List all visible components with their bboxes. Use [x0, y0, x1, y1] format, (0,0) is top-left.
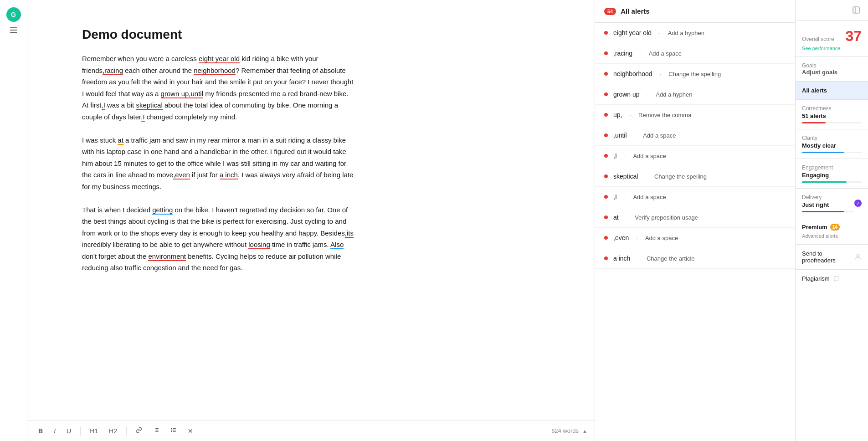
premium-label: Premium	[802, 224, 827, 231]
adjust-goals[interactable]: Adjust goals	[802, 69, 862, 76]
alert-item[interactable]: skeptical · Change the spelling	[595, 166, 795, 187]
engagement-section[interactable]: Engagement Engaging	[796, 159, 868, 189]
alert-suggestion: Add a hyphen	[656, 91, 692, 98]
menu-icon[interactable]	[9, 26, 18, 35]
delivery-value: Just right	[802, 201, 854, 208]
alert-span: a inch	[220, 171, 238, 179]
svg-rect-12	[853, 7, 859, 13]
all-alerts-section[interactable]: All alerts	[796, 82, 868, 100]
alert-sep: ·	[660, 71, 662, 77]
alert-item[interactable]: eight year old · Add a hyphen	[595, 23, 795, 43]
alert-item[interactable]: ,racing · Add a space	[595, 43, 795, 64]
alert-span: eight year old	[199, 55, 240, 63]
alert-item[interactable]: up, · Remove the comma	[595, 105, 795, 125]
correctness-progress-fill	[802, 122, 826, 123]
alerts-list: eight year old · Add a hyphen ,racing · …	[595, 23, 795, 441]
clarity-label: Clarity	[802, 135, 862, 141]
send-sub: proofreaders	[802, 257, 851, 264]
alert-dot	[604, 215, 608, 219]
svg-point-10	[171, 430, 172, 430]
toolbar-divider	[126, 426, 127, 436]
correctness-section[interactable]: Correctness 51 alerts	[796, 100, 868, 129]
alert-suggestion: Add a space	[643, 132, 676, 139]
editor-toolbar: B I U H1 H2 ✕ 624 words ▲	[27, 420, 595, 441]
alert-sep: ·	[640, 50, 642, 57]
right-sidebar: Overall score 37 See performance Goals A…	[795, 0, 868, 441]
goals-section[interactable]: Goals Adjust goals	[796, 57, 868, 82]
alert-dot	[604, 92, 608, 96]
hide-assistant-bar	[796, 0, 868, 21]
alert-word: at	[613, 214, 619, 221]
panel-icon[interactable]	[851, 5, 862, 15]
alert-item[interactable]: neighborhood · Change the spelling	[595, 64, 795, 84]
alerts-panel: 54 All alerts eight year old · Add a hyp…	[595, 0, 795, 441]
alert-dot	[604, 174, 608, 178]
alert-item[interactable]: ,until · Add a space	[595, 125, 795, 146]
alert-word: ,racing	[613, 50, 632, 57]
alert-sep: ·	[629, 112, 631, 118]
alert-sep: ·	[636, 235, 638, 241]
alert-word: ,I	[613, 193, 617, 200]
link-button[interactable]	[132, 425, 146, 436]
ordered-list-button[interactable]	[149, 425, 163, 436]
italic-button[interactable]: I	[50, 426, 59, 436]
editor-area: Demo document Remember when you were a c…	[27, 0, 595, 441]
underline-button[interactable]: U	[63, 426, 75, 436]
grammarly-logo[interactable]: G	[6, 7, 21, 22]
alert-dot	[604, 133, 608, 137]
delivery-label: Delivery	[802, 194, 854, 200]
overall-score-label: Overall score	[802, 36, 834, 42]
h2-button[interactable]: H2	[105, 426, 121, 436]
premium-badge: 14	[830, 224, 840, 231]
alert-sep: ·	[637, 255, 639, 262]
delivery-progress-fill	[802, 211, 844, 212]
alert-item[interactable]: ,even · Add a space	[595, 228, 795, 248]
delivery-section[interactable]: Delivery Just right ✓	[796, 189, 868, 218]
alert-sep: ·	[634, 132, 636, 139]
alert-span: loosing	[248, 241, 270, 249]
alert-item[interactable]: at · Verify preposition usage	[595, 207, 795, 228]
delivery-check-icon: ✓	[854, 200, 862, 207]
svg-point-11	[171, 431, 172, 432]
plagiarism-label: Plagiarism	[802, 275, 830, 282]
alert-span: environment	[148, 252, 186, 261]
document-body[interactable]: Remember when you were a careless eight …	[82, 53, 355, 274]
alert-item[interactable]: ,I · Add a space	[595, 146, 795, 166]
premium-sub: Advanced alerts	[802, 233, 838, 239]
alert-word: skeptical	[613, 173, 638, 180]
engagement-value: Engaging	[802, 172, 862, 179]
alert-sep: ·	[624, 153, 626, 159]
alert-suggestion: Change the spelling	[668, 71, 721, 77]
alert-sep: ·	[645, 173, 647, 180]
alert-span: grown up	[161, 90, 189, 98]
alert-item[interactable]: a inch · Change the article	[595, 248, 795, 269]
engagement-progress-bar	[802, 181, 862, 183]
unordered-list-button[interactable]	[167, 425, 180, 436]
alert-suggestion: Add a space	[633, 153, 666, 159]
editor-content[interactable]: Demo document Remember when you were a c…	[27, 0, 595, 420]
premium-section[interactable]: Premium 14 Advanced alerts	[796, 218, 868, 245]
alert-span: ,I	[102, 101, 105, 110]
plagiarism-icon	[833, 276, 840, 282]
bold-button[interactable]: B	[35, 426, 46, 436]
alert-item[interactable]: grown up · Add a hyphen	[595, 84, 795, 105]
plagiarism-section[interactable]: Plagiarism	[796, 270, 868, 287]
h1-button[interactable]: H1	[86, 426, 102, 436]
all-alerts-label: All alerts	[802, 87, 862, 94]
word-count-chevron[interactable]: ▲	[582, 428, 587, 434]
svg-point-9	[171, 428, 172, 429]
alert-span: neighborhood	[194, 67, 236, 75]
clear-format-button[interactable]: ✕	[184, 426, 197, 436]
alert-dot	[604, 236, 608, 240]
alert-item[interactable]: ,I · Add a space	[595, 187, 795, 207]
correctness-label: Correctness	[802, 105, 862, 112]
alerts-badge: 54	[604, 8, 616, 15]
overall-score: 37	[845, 28, 862, 45]
alerts-title: All alerts	[621, 7, 649, 15]
see-performance[interactable]: See performance	[802, 46, 862, 51]
clarity-section[interactable]: Clarity Mostly clear	[796, 129, 868, 159]
correctness-value: 51 alerts	[802, 113, 862, 119]
svg-point-14	[857, 255, 859, 257]
send-to-proofreaders-section[interactable]: Send to proofreaders	[796, 245, 868, 270]
engagement-progress-fill	[802, 181, 847, 183]
